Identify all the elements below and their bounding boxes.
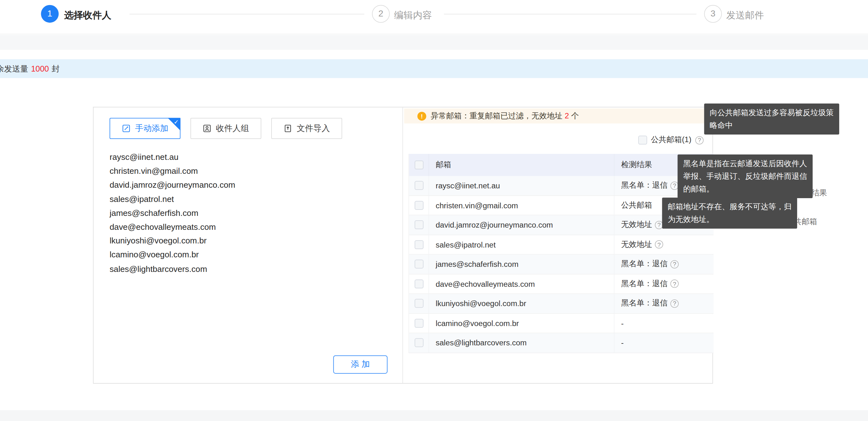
step-3-number: 3 bbox=[711, 9, 716, 19]
table-row: dave@echovalleymeats.com 黑名单：退信? bbox=[409, 274, 714, 294]
row-email: raysc@iinet.net.au bbox=[429, 176, 614, 195]
tab-recipient-group[interactable]: 收件人组 bbox=[191, 118, 261, 139]
row-checkbox[interactable] bbox=[414, 220, 423, 229]
row-checkbox[interactable] bbox=[414, 240, 423, 249]
step-connector-line bbox=[444, 14, 696, 14]
abnormal-mailbox-warning: ! 异常邮箱：重复邮箱已过滤，无效地址2个 bbox=[404, 109, 713, 123]
recipient-email-line: david.jamroz@journeymanco.com bbox=[110, 178, 235, 192]
row-email: sales@ipatrol.net bbox=[429, 235, 614, 254]
warning-icon: ! bbox=[417, 112, 426, 120]
tooltip-blacklist: 黑名单是指在云邮通发送后因收件人 举报、手动退订、反垃圾邮件而退信 的邮箱。 bbox=[677, 154, 813, 198]
footer-band bbox=[0, 410, 868, 421]
row-checkbox[interactable] bbox=[414, 338, 423, 347]
row-email: james@schaferfish.com bbox=[429, 254, 614, 273]
row-checkbox-cell bbox=[409, 294, 428, 313]
help-icon[interactable]: ? bbox=[655, 240, 663, 248]
row-email: sales@lightbarcovers.com bbox=[429, 333, 614, 352]
row-email: dave@echovalleymeats.com bbox=[429, 274, 614, 293]
row-result: 黑名单：退信 bbox=[621, 181, 668, 190]
row-result: 黑名单：退信 bbox=[621, 299, 668, 308]
warning-text: 异常邮箱：重复邮箱已过滤，无效地址 bbox=[431, 111, 562, 120]
row-checkbox-cell bbox=[409, 176, 428, 195]
tooltip-line: 黑名单是指在云邮通发送后因收件人 bbox=[683, 157, 807, 170]
row-checkbox[interactable] bbox=[414, 319, 423, 328]
help-icon[interactable]: ? bbox=[671, 299, 679, 308]
recipient-card: 手动添加 ✓ 收件人组 文件导入 raysc@ bbox=[93, 107, 713, 384]
file-import-icon bbox=[283, 124, 292, 133]
row-checkbox-cell bbox=[409, 196, 428, 215]
step-3-circle: 3 bbox=[704, 5, 722, 23]
help-icon[interactable]: ? bbox=[671, 260, 679, 268]
row-email: lkuniyoshi@voegol.com.br bbox=[429, 294, 614, 313]
step-connector-line bbox=[129, 14, 364, 14]
tooltip-line: 举报、手动退订、反垃圾邮件而退信 bbox=[683, 170, 807, 183]
quota-banner: 余发送量 1000 封 bbox=[0, 59, 868, 78]
header-email: 邮箱 bbox=[429, 154, 614, 176]
occluded-text-fragment: 共邮箱 bbox=[794, 217, 817, 227]
step-1-label: 选择收件人 bbox=[64, 9, 112, 22]
page: 1 选择收件人 2 编辑内容 3 发送邮件 余发送量 1000 封 手动添加 bbox=[0, 0, 868, 421]
quota-text: 余发送量 1000 封 bbox=[0, 59, 60, 78]
row-result-cell: - bbox=[614, 314, 714, 333]
row-result: 黑名单：退信 bbox=[621, 279, 668, 289]
table-header: 邮箱 检测结果 bbox=[409, 154, 714, 176]
tooltip-line: 为无效地址。 bbox=[668, 213, 792, 226]
tooltip-public-mailbox: 向公共邮箱发送过多容易被反垃圾策 略命中 bbox=[704, 103, 839, 134]
tooltip-line: 向公共邮箱发送过多容易被反垃圾策 bbox=[710, 107, 834, 119]
step-1-number: 1 bbox=[48, 9, 53, 19]
quota-count: 1000 bbox=[31, 64, 49, 73]
warning-unit: 个 bbox=[571, 111, 579, 120]
help-icon[interactable]: ? bbox=[671, 280, 679, 288]
recipient-email-line: christen.vin@gmail.com bbox=[110, 164, 235, 178]
select-all-checkbox[interactable] bbox=[414, 160, 423, 169]
step-progress-bar: 1 选择收件人 2 编辑内容 3 发送邮件 bbox=[0, 0, 868, 34]
table-row: lkuniyoshi@voegol.com.br 黑名单：退信? bbox=[409, 294, 714, 314]
row-checkbox[interactable] bbox=[414, 299, 423, 308]
row-result-cell: 黑名单：退信? bbox=[614, 274, 714, 293]
row-checkbox[interactable] bbox=[414, 260, 423, 269]
quota-prefix: 余发送量 bbox=[0, 63, 28, 74]
tab-file-import[interactable]: 文件导入 bbox=[271, 118, 342, 139]
row-result-cell: 黑名单：退信? bbox=[614, 294, 714, 313]
recipient-input-area[interactable]: raysc@iinet.net.au christen.vin@gmail.co… bbox=[110, 150, 235, 276]
tab-manual-add[interactable]: 手动添加 ✓ bbox=[110, 118, 180, 139]
row-result-cell: 无效地址? bbox=[614, 235, 714, 254]
help-icon[interactable]: ? bbox=[695, 136, 703, 144]
table-row: sales@lightbarcovers.com - bbox=[409, 333, 714, 353]
step-2-number: 2 bbox=[378, 9, 383, 19]
step-3-label: 发送邮件 bbox=[726, 9, 764, 22]
recipient-email-line: lcamino@voegol.com.br bbox=[110, 247, 235, 262]
table-row: sales@ipatrol.net 无效地址? bbox=[409, 235, 714, 254]
tooltip-line: 邮箱地址不存在、服务不可达等，归 bbox=[668, 200, 792, 213]
check-icon: ✓ bbox=[174, 118, 179, 126]
divider-band bbox=[0, 35, 868, 50]
table-row: raysc@iinet.net.au 黑名单：退信? bbox=[409, 176, 714, 196]
add-button[interactable]: 添 加 bbox=[333, 356, 388, 374]
table-row: lcamino@voegol.com.br - bbox=[409, 314, 714, 333]
row-checkbox[interactable] bbox=[414, 181, 423, 190]
row-checkbox[interactable] bbox=[414, 201, 423, 210]
recipient-email-line: lkuniyoshi@voegol.com.br bbox=[110, 234, 235, 247]
invalid-count: 2 bbox=[565, 111, 569, 120]
step-2-label: 编辑内容 bbox=[394, 9, 432, 22]
row-email: david.jamroz@journeymanco.com bbox=[429, 215, 614, 234]
public-mailbox-checkbox[interactable] bbox=[638, 136, 647, 144]
tooltip-line: 略命中 bbox=[710, 119, 834, 132]
public-mailbox-filter: 公共邮箱(1) ? bbox=[638, 135, 704, 145]
recipient-email-line: dave@echovalleymeats.com bbox=[110, 220, 235, 234]
row-checkbox-cell bbox=[409, 215, 428, 234]
table-row: james@schaferfish.com 黑名单：退信? bbox=[409, 254, 714, 274]
tooltip-invalid-address: 邮箱地址不存在、服务不可达等，归 为无效地址。 bbox=[662, 198, 797, 229]
row-email: lcamino@voegol.com.br bbox=[429, 314, 614, 333]
row-checkbox-cell bbox=[409, 254, 428, 273]
row-checkbox-cell bbox=[409, 235, 428, 254]
row-checkbox-cell bbox=[409, 333, 428, 352]
tab-manual-add-label: 手动添加 bbox=[135, 123, 168, 133]
step-1-circle: 1 bbox=[41, 5, 59, 23]
check-result-pane: ! 异常邮箱：重复邮箱已过滤，无效地址2个 公共邮箱(1) ? 邮箱 检测结果 bbox=[403, 107, 714, 383]
check-result-table: 邮箱 检测结果 raysc@iinet.net.au 黑名单：退信? chris… bbox=[409, 154, 714, 353]
row-checkbox[interactable] bbox=[414, 279, 423, 289]
recipient-email-line: raysc@iinet.net.au bbox=[110, 150, 235, 164]
tab-recipient-group-label: 收件人组 bbox=[216, 123, 249, 133]
recipient-email-line: james@schaferfish.com bbox=[110, 206, 235, 220]
